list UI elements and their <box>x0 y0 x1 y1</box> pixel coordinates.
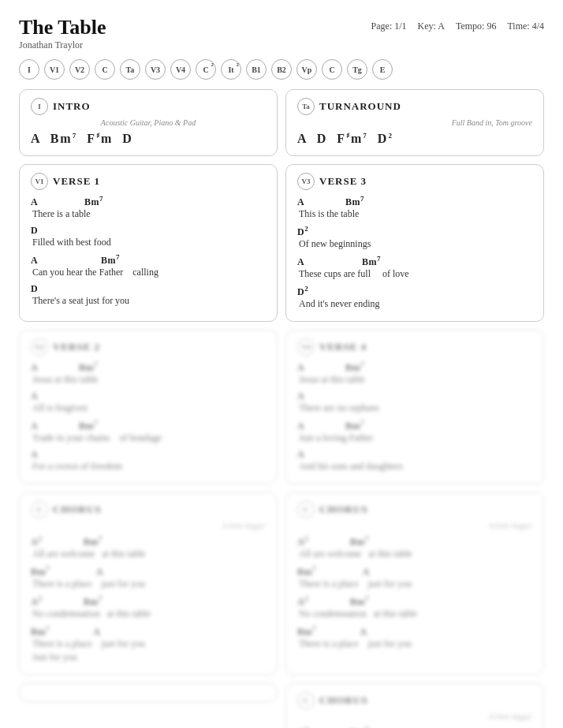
header-meta: Page: 1/1 Key: A Tempo: 96 Time: 4/4 <box>371 16 544 32</box>
section-verse1: V1 VERSE 1 A Bm7 There is a table D Fill… <box>19 164 278 322</box>
chorus1-lyric-3: No condemnation at this table <box>31 608 266 620</box>
section-nav: I V1 V2 C Ta V3 V4 C2 It2 B1 B2 Vp C Tg … <box>19 59 544 80</box>
nav-badge-It2[interactable]: It2 <box>221 59 241 80</box>
verse4-chord-1: A Bm7 <box>297 360 532 374</box>
section-chorus1: C CHORUS A little bigger A2 Bm7 All are … <box>19 492 278 675</box>
chorus2-lines: A2 Bm7 All are welcome at this table Bm7… <box>297 535 532 650</box>
section-turnaround: Ta TURNAROUND Full Band in, Tom groove A… <box>285 89 544 156</box>
verse1-title: VERSE 1 <box>53 175 100 188</box>
verse4-lyric-2: There are no orphans <box>297 402 532 414</box>
verse4-chord-3: A Bm7 <box>297 419 532 432</box>
verse1-chord-2: D <box>31 225 266 237</box>
nav-badge-B1[interactable]: B1 <box>246 59 267 80</box>
chorus3-subtitle: A little bigger <box>297 712 532 721</box>
nav-badge-B2[interactable]: B2 <box>271 59 292 80</box>
nav-badge-V4[interactable]: V4 <box>170 59 191 80</box>
nav-badge-V2[interactable]: V2 <box>69 59 90 80</box>
verse3-chord-2: D2 <box>297 225 532 238</box>
section-verse4: V4 VERSE 4 A Bm7 Jesus at this table A T… <box>285 330 544 484</box>
section-intro: I INTRO Acoustic Guitar, Piano & Pad A B… <box>19 89 278 156</box>
verse1-header: V1 VERSE 1 <box>31 173 266 190</box>
turnaround-chords: A D F♯m7 D2 <box>297 132 532 146</box>
verse1-lyric-3: Can you hear the Father calling <box>31 267 266 278</box>
verse1-lyric-2: Filled with best food <box>31 237 266 248</box>
intro-subtitle: Acoustic Guitar, Piano & Pad <box>31 118 266 127</box>
nav-badge-C3[interactable]: C <box>322 59 342 80</box>
chorus1-lyric-1: All are welcome at this table <box>31 548 266 560</box>
chorus3-header: C CHORUS <box>297 692 532 709</box>
nav-badge-V3[interactable]: V3 <box>145 59 166 80</box>
chorus3-badge: C <box>297 692 315 709</box>
chorus2-badge: C <box>297 501 315 518</box>
verse4-chord-2: A <box>297 390 532 402</box>
nav-badge-V1[interactable]: V1 <box>44 59 65 80</box>
page-header: The Table Jonathan Traylor Page: 1/1 Key… <box>19 16 544 56</box>
section-chorus3 <box>19 683 278 702</box>
nav-badge-Tg[interactable]: Tg <box>347 59 367 80</box>
verse4-lyric-3: Just a loving Father <box>297 432 532 444</box>
verse4-lines: A Bm7 Jesus at this table A There are no… <box>297 360 532 472</box>
verse4-title: VERSE 4 <box>319 341 367 353</box>
chorus1-lyric-5: Just for you <box>31 651 266 663</box>
verse4-badge: V4 <box>297 338 315 356</box>
song-title: The Table <box>19 16 106 39</box>
chorus2-lyric-2: There is a place just for you <box>297 578 532 590</box>
turnaround-badge: Ta <box>297 98 315 115</box>
verse2-lyric-2: All is forgiven <box>31 402 266 414</box>
verse2-chord-3: A Bm7 <box>31 419 266 432</box>
song-author: Jonathan Traylor <box>19 39 106 51</box>
chorus2-subtitle: A little bigger <box>297 521 532 530</box>
nav-badge-C2[interactable]: C2 <box>196 59 216 80</box>
key-info: Key: A <box>418 21 445 32</box>
verse3-chord-3: A Bm7 <box>297 255 532 268</box>
verse3-lyric-2: Of new beginnings <box>297 238 532 250</box>
intro-badge: I <box>31 98 48 115</box>
intro-chords: A Bm7 F♯m D <box>31 132 266 146</box>
page-info: Page: 1/1 <box>371 21 407 32</box>
chorus2-chord-1: A2 Bm7 <box>297 535 532 548</box>
verse1-chord-4: D <box>31 283 266 295</box>
nav-badge-I[interactable]: I <box>19 59 39 80</box>
section-chorus3-right: C CHORUS A little bigger A2 Bm7 All are … <box>285 683 544 728</box>
section-verse3: V3 VERSE 3 A Bm7 This is the table D2 Of… <box>285 164 544 322</box>
section-chorus2: C CHORUS A little bigger A2 Bm7 All are … <box>285 492 544 675</box>
verse3-badge: V3 <box>297 173 315 190</box>
nav-badge-C1[interactable]: C <box>95 59 115 80</box>
chorus1-chord-3: A2 Bm7 <box>31 595 266 608</box>
turnaround-header: Ta TURNAROUND <box>297 98 532 115</box>
tempo-info: Tempo: 96 <box>456 21 497 32</box>
nav-badge-E[interactable]: E <box>372 59 393 80</box>
chorus1-chord-4: Bm7 A <box>31 625 266 638</box>
verse2-lines: A Bm7 Jesus at this table A All is forgi… <box>31 360 266 472</box>
nav-badge-Ta[interactable]: Ta <box>120 59 140 80</box>
chorus3-title: CHORUS <box>319 694 368 707</box>
verse2-badge: V2 <box>31 338 48 356</box>
time-info: Time: 4/4 <box>507 21 544 32</box>
verse1-lyric-1: There is a table <box>31 208 266 220</box>
chorus1-title: CHORUS <box>53 503 102 516</box>
chorus2-chord-2: Bm7 A <box>297 565 532 578</box>
chorus2-chord-3: A2 Bm7 <box>297 595 532 608</box>
intro-title: INTRO <box>53 100 91 113</box>
verse2-lyric-3: Trade in your chains of bondage <box>31 432 266 444</box>
chorus1-chord-2: Bm7 A <box>31 565 266 578</box>
turnaround-subtitle: Full Band in, Tom groove <box>297 118 532 127</box>
verse1-chord-1: A Bm7 <box>31 195 266 208</box>
chorus1-lines: A2 Bm7 All are welcome at this table Bm7… <box>31 535 266 663</box>
verse3-header: V3 VERSE 3 <box>297 173 532 190</box>
chorus2-lyric-4: There is a place just for you <box>297 638 532 650</box>
chorus2-chord-4: Bm7 A <box>297 625 532 638</box>
chorus2-title: CHORUS <box>319 503 368 516</box>
chorus1-badge: C <box>31 501 48 518</box>
intro-header: I INTRO <box>31 98 266 115</box>
verse3-chord-1: A Bm7 <box>297 195 532 208</box>
turnaround-title: TURNAROUND <box>319 100 401 113</box>
chorus1-chord-1: A2 Bm7 <box>31 535 266 548</box>
chorus1-lyric-4: There is a place just for you <box>31 638 266 650</box>
chorus2-lyric-1: All are welcome at this table <box>297 548 532 560</box>
nav-badge-Vp[interactable]: Vp <box>296 59 317 80</box>
verse2-lyric-4: For a crown of freedom <box>31 461 266 472</box>
chorus2-lyric-3: No condemnation at this table <box>297 608 532 620</box>
verse3-lines: A Bm7 This is the table D2 Of new beginn… <box>297 195 532 310</box>
verse4-lyric-4: And his sons and daughters <box>297 461 532 472</box>
